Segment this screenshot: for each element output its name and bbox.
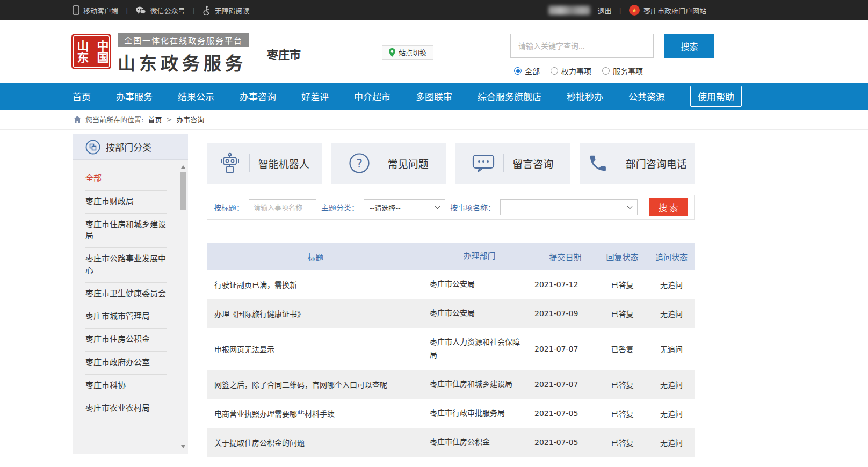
wechat-icon: [135, 6, 146, 15]
accessibility-link[interactable]: 无障碍阅读: [202, 5, 250, 16]
scope-radio-all[interactable]: 全部: [514, 65, 540, 76]
top-utility-bar: 移动客户端 | 微信公众号 | 无障碍阅读 退出 | ★: [0, 0, 868, 20]
filter-bar: 按标题： 主题分类： --请选择-- 按事项名称： 搜 索: [207, 195, 695, 220]
col-header-department: 办理部门: [424, 250, 534, 264]
nav-item-public-resources[interactable]: 公共资源: [628, 90, 665, 103]
main-content: 智能机器人 ? 常见问题 留言咨询 部门咨询电话: [207, 134, 695, 457]
card-faq[interactable]: ? 常见问题: [331, 143, 446, 184]
sidebar-item-all[interactable]: 全部: [85, 167, 167, 191]
logout-link[interactable]: 退出: [598, 5, 612, 16]
keyword-search: 搜索: [510, 34, 714, 58]
mobile-phone-icon: [73, 5, 79, 15]
wechat-link[interactable]: 微信公众号: [135, 5, 185, 16]
row-title[interactable]: 关于提取住房公积金的问题: [207, 432, 424, 453]
scroll-down-icon[interactable]: [181, 445, 185, 448]
scrollbar-thumb[interactable]: [180, 172, 186, 210]
row-department: 枣庄市住房公积金: [424, 430, 534, 454]
table-row[interactable]: 网签之后，除了合同二维码，官网哪个入口可以查呢 枣庄市住房和城乡建设局 2021…: [207, 370, 695, 399]
sidebar-item-provident-fund[interactable]: 枣庄市住房公积金: [85, 329, 167, 352]
accessibility-label: 无障碍阅读: [215, 5, 250, 16]
topic-select[interactable]: --请选择--: [364, 199, 445, 215]
row-title[interactable]: 行驶证副页已满，需换新: [207, 274, 424, 295]
username-redacted: [548, 6, 590, 15]
row-department: 枣庄市行政审批服务局: [424, 402, 534, 425]
row-followup-status: 无追问: [648, 408, 695, 419]
filter-title-input[interactable]: [249, 199, 316, 215]
keyword-search-input[interactable]: [510, 34, 654, 58]
card-divider: [249, 154, 250, 172]
portal-link-label: 枣庄市政府门户网站: [643, 5, 706, 16]
scope-all-label: 全部: [525, 65, 540, 76]
card-message-consult[interactable]: 留言咨询: [455, 143, 570, 184]
nav-item-home[interactable]: 首页: [73, 90, 91, 103]
table-row[interactable]: 关于提取住房公积金的问题 枣庄市住房公积金 2021-07-05 已答复 无追问: [207, 428, 695, 457]
sidebar-item-highway-center[interactable]: 枣庄市公路事业发展中心: [85, 248, 167, 283]
sidebar-scrollbar[interactable]: [180, 162, 187, 451]
nav-item-instant-approval[interactable]: 秒批秒办: [567, 90, 603, 103]
breadcrumb-prefix: 您当前所在的位置:: [85, 114, 143, 125]
table-row[interactable]: 办理《国际旅行健康证书》 枣庄市公安局 2021-07-09 已答复 无追问: [207, 299, 695, 328]
row-reply-status: 已答复: [596, 308, 648, 319]
row-followup-status: 无追问: [648, 279, 695, 290]
nav-item-agency-market[interactable]: 中介超市: [354, 90, 390, 103]
seal-left-text: 山东: [75, 40, 88, 63]
scope-radio-power[interactable]: 权力事项: [551, 65, 591, 76]
row-department: 枣庄市住房和城乡建设局: [424, 373, 534, 396]
scope-radio-service[interactable]: 服务事项: [602, 65, 643, 76]
sidebar-item-city-management-bureau[interactable]: 枣庄市城市管理局: [85, 305, 167, 329]
card-smart-robot-label: 智能机器人: [258, 156, 309, 171]
sidebar-item-housing-construction-bureau[interactable]: 枣庄市住房和城乡建设局: [85, 214, 167, 249]
card-phone-consult[interactable]: 部门咨询电话: [580, 143, 695, 184]
row-date: 2021-07-05: [534, 438, 596, 447]
nav-item-flagship-store[interactable]: 综合服务旗舰店: [478, 90, 541, 103]
card-smart-robot[interactable]: 智能机器人: [207, 143, 322, 184]
scope-service-label: 服务事项: [613, 65, 643, 76]
keyword-search-button[interactable]: 搜索: [664, 34, 714, 58]
row-date: 2021-07-12: [534, 280, 596, 289]
card-divider: [503, 154, 504, 172]
sidebar-item-agriculture-bureau[interactable]: 枣庄市农业农村局: [85, 397, 167, 420]
topbar-separator: |: [126, 6, 128, 14]
scroll-up-icon[interactable]: [181, 165, 185, 169]
mobile-client-link[interactable]: 移动客户端: [73, 5, 118, 16]
row-title[interactable]: 办理《国际旅行健康证书》: [207, 303, 424, 324]
nav-item-consultation[interactable]: 办事咨询: [240, 90, 276, 103]
sidebar-item-government-office[interactable]: 枣庄市政府办公室: [85, 352, 167, 375]
quick-link-cards: 智能机器人 ? 常见问题 留言咨询 部门咨询电话: [207, 143, 695, 184]
table-row[interactable]: 电商营业执照办理需要哪些材料手续 枣庄市行政审批服务局 2021-07-05 已…: [207, 399, 695, 428]
radio-selected-icon: [514, 67, 522, 75]
row-title[interactable]: 申报网页无法显示: [207, 338, 424, 360]
department-sidebar: 按部门分类 全部 枣庄市财政局 枣庄市住房和城乡建设局 枣庄市公路事业发展中心 …: [73, 134, 188, 454]
sidebar-item-finance-bureau[interactable]: 枣庄市财政局: [85, 191, 167, 214]
department-list: 全部 枣庄市财政局 枣庄市住房和城乡建设局 枣庄市公路事业发展中心 枣庄市卫生健…: [73, 160, 188, 420]
question-icon: ?: [349, 152, 370, 174]
filter-search-button[interactable]: 搜 索: [649, 198, 688, 216]
sidebar-item-science-association[interactable]: 枣庄市科协: [85, 375, 167, 398]
row-department: 枣庄市公安局: [424, 273, 534, 296]
table-row[interactable]: 申报网页无法显示 枣庄市人力资源和社会保障局 2021-07-07 已答复 无追…: [207, 328, 695, 370]
shandong-seal-logo: 山东 中国: [71, 34, 111, 69]
nav-item-multi-plan-review[interactable]: 多图联审: [416, 90, 452, 103]
row-title[interactable]: 网签之后，除了合同二维码，官网哪个入口可以查呢: [207, 374, 424, 395]
breadcrumb-home-link[interactable]: 首页: [148, 114, 162, 125]
location-pin-icon: [389, 48, 395, 57]
breadcrumb-current[interactable]: 办事咨询: [176, 114, 204, 125]
nav-item-reviews[interactable]: 好差评: [301, 90, 329, 103]
nav-item-results[interactable]: 结果公示: [178, 90, 214, 103]
row-followup-status: 无追问: [648, 344, 695, 354]
sidebar-item-health-commission[interactable]: 枣庄市卫生健康委员会: [85, 283, 167, 306]
table-row[interactable]: 行驶证副页已满，需换新 枣庄市公安局 2021-07-12 已答复 无追问: [207, 270, 695, 299]
row-followup-status: 无追问: [648, 437, 695, 448]
col-header-reply-status: 回复状态: [596, 251, 648, 262]
site-switch-button[interactable]: 站点切换: [382, 45, 433, 60]
row-title[interactable]: 电商营业执照办理需要哪些材料手续: [207, 403, 424, 424]
phone-icon: [588, 153, 608, 173]
nav-item-help[interactable]: 使用帮助: [690, 86, 742, 107]
breadcrumb-separator: >: [166, 115, 172, 123]
sidebar-header: 按部门分类: [73, 134, 188, 160]
item-name-select[interactable]: [500, 199, 638, 215]
accessibility-icon: [202, 5, 211, 15]
portal-link[interactable]: ★ 枣庄市政府门户网站: [629, 5, 706, 16]
nav-item-services[interactable]: 办事服务: [116, 90, 153, 103]
row-followup-status: 无追问: [648, 379, 695, 390]
